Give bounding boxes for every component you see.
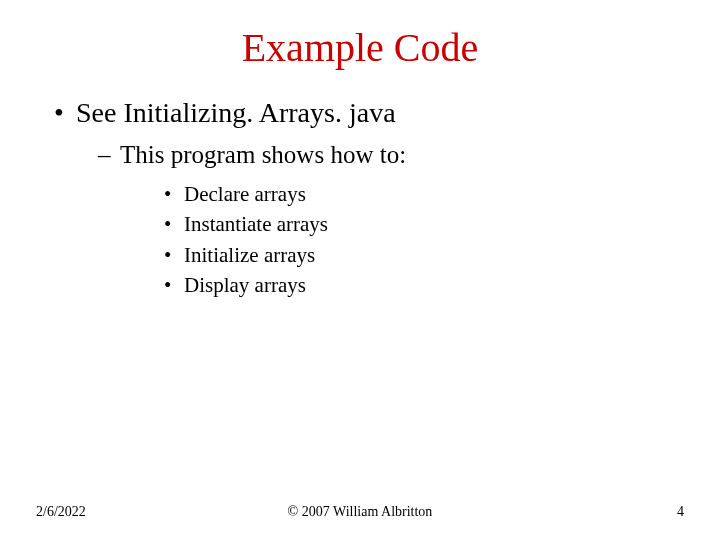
footer-copyright: © 2007 William Albritton (36, 504, 684, 520)
bullet-level3-text: Display arrays (184, 273, 306, 297)
bullet-level1: •See Initializing. Arrays. java (54, 97, 684, 129)
bullet-level3-text: Instantiate arrays (184, 212, 328, 236)
slide-title: Example Code (36, 24, 684, 71)
bullet-level2-text: This program shows how to: (120, 141, 406, 168)
bullet-icon: • (164, 270, 184, 300)
bullet-level3-item: •Instantiate arrays (164, 209, 684, 239)
bullet-level3-text: Declare arrays (184, 182, 306, 206)
bullet-icon: • (164, 179, 184, 209)
bullet-level3-item: •Declare arrays (164, 179, 684, 209)
bullet-icon: • (164, 240, 184, 270)
bullet-icon: • (54, 97, 76, 129)
dash-icon: – (98, 141, 120, 169)
bullet-level2: –This program shows how to: (98, 141, 684, 169)
bullet-level3-text: Initialize arrays (184, 243, 315, 267)
bullet-level3-item: •Display arrays (164, 270, 684, 300)
footer: 2/6/2022 © 2007 William Albritton 4 (36, 504, 684, 520)
footer-page-number: 4 (677, 504, 684, 520)
bullet-icon: • (164, 209, 184, 239)
bullet-level3-item: •Initialize arrays (164, 240, 684, 270)
slide: Example Code •See Initializing. Arrays. … (0, 0, 720, 540)
bullet-level1-text: See Initializing. Arrays. java (76, 97, 396, 128)
footer-date: 2/6/2022 (36, 504, 86, 520)
